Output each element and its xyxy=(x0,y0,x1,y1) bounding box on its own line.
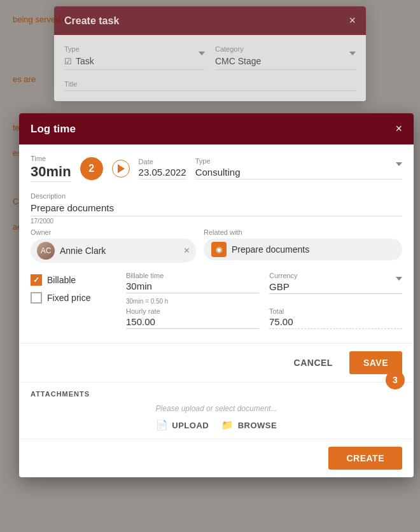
create-task-title-label: Title xyxy=(64,80,356,88)
total-label: Total xyxy=(269,307,402,315)
total-field: Total 75.00 xyxy=(269,307,402,329)
time-label: Time xyxy=(31,155,71,162)
related-field: Related with ◉ Prepare documents xyxy=(204,228,402,263)
description-value[interactable]: Prepare documents xyxy=(31,202,402,216)
currency-chevron-icon xyxy=(396,281,402,292)
type-select-chevron-icon xyxy=(396,166,402,178)
log-time-header: Log time × xyxy=(19,113,414,144)
owner-name: Annie Clark xyxy=(60,246,179,256)
hourly-rate-value[interactable]: 150.00 xyxy=(126,316,259,329)
billable-checkbox[interactable]: ✓ xyxy=(31,274,42,286)
create-task-type-label: Type xyxy=(64,45,205,53)
create-task-close-button[interactable]: × xyxy=(349,14,356,27)
type-select[interactable]: Consulting xyxy=(195,166,402,179)
play-icon xyxy=(118,164,125,173)
related-task-icon: ◉ xyxy=(211,242,227,257)
fixed-price-label: Fixed price xyxy=(47,293,90,303)
char-count: 17/2000 xyxy=(31,218,402,225)
type-select-value: Consulting xyxy=(195,167,241,178)
create-task-category-value: CMC Stage xyxy=(215,56,261,66)
owner-tag: AC Annie Clark × xyxy=(31,239,196,263)
attachments-title: ATTACHMENTS xyxy=(31,390,402,398)
owner-related-row: Owner AC Annie Clark × Related with ◉ Pr… xyxy=(31,228,402,263)
attachments-hint: Please upload or select document... xyxy=(31,404,402,413)
attachments-section: ATTACHMENTS Please upload or select docu… xyxy=(19,382,414,438)
billing-details: Billable time 30min Currency GBP 30min =… xyxy=(126,272,402,333)
time-value: 30min xyxy=(31,164,71,182)
fixed-price-row: Fixed price xyxy=(31,292,113,304)
type-field: Type Consulting xyxy=(195,157,402,179)
currency-field: Currency GBP xyxy=(269,272,402,294)
cancel-button[interactable]: CANCEL xyxy=(284,351,343,374)
total-value: 75.00 xyxy=(269,316,402,329)
time-field: Time 30min xyxy=(31,155,71,182)
time-row: Time 30min 2 Date 23.05.2022 Type Consul… xyxy=(31,155,402,182)
attachments-buttons: 📄 UPLOAD 📁 BROWSE xyxy=(31,419,402,431)
log-time-dialog: Log time × Time 30min 2 Date 23.05.2022 … xyxy=(19,113,414,477)
fixed-price-checkbox[interactable] xyxy=(31,292,42,304)
create-footer: CREATE xyxy=(19,438,414,477)
owner-field: Owner AC Annie Clark × xyxy=(31,228,196,263)
log-time-body: Time 30min 2 Date 23.05.2022 Type Consul… xyxy=(19,144,414,343)
description-label: Description xyxy=(31,192,402,200)
log-time-title: Log time xyxy=(31,123,76,136)
upload-icon: 📄 xyxy=(156,419,169,431)
log-time-footer: CANCEL SAVE 3 xyxy=(19,343,414,382)
create-task-title: Create task xyxy=(64,15,119,27)
step-2-badge: 2 xyxy=(80,157,103,180)
date-label: Date xyxy=(139,158,186,165)
create-button[interactable]: CREATE xyxy=(328,447,402,470)
avatar: AC xyxy=(37,242,55,260)
play-timer-button[interactable] xyxy=(112,160,130,178)
billing-hint: 30min = 0.50 h xyxy=(126,298,402,305)
browse-icon: 📁 xyxy=(221,419,234,431)
date-field: Date 23.05.2022 xyxy=(139,158,186,179)
step-3-badge: 3 xyxy=(386,370,405,389)
type-label: Type xyxy=(195,157,402,165)
create-task-dialog: Create task × Type ☑ Task Category CMC S… xyxy=(54,6,366,101)
hourly-rate-label: Hourly rate xyxy=(126,307,259,315)
related-tag: ◉ Prepare documents xyxy=(204,239,402,260)
owner-label: Owner xyxy=(31,228,196,236)
related-icon-symbol: ◉ xyxy=(216,245,222,254)
create-task-category-label: Category xyxy=(215,45,356,53)
billable-time-field: Billable time 30min xyxy=(126,272,259,294)
create-task-header: Create task × xyxy=(54,6,366,35)
create-task-type-field: Type ☑ Task xyxy=(64,45,205,70)
create-task-category-field: Category CMC Stage xyxy=(215,45,356,70)
log-time-close-button[interactable]: × xyxy=(395,122,402,136)
hourly-rate-field: Hourly rate 150.00 xyxy=(126,307,259,329)
billing-time-currency-row: Billable time 30min Currency GBP xyxy=(126,272,402,294)
billable-time-value: 30min xyxy=(126,281,259,293)
owner-clear-button[interactable]: × xyxy=(184,245,190,256)
billable-time-label: Billable time xyxy=(126,272,259,279)
billable-row: ✓ Billable xyxy=(31,274,113,286)
upload-button[interactable]: 📄 UPLOAD xyxy=(156,419,209,431)
avatar-image: AC xyxy=(37,242,55,260)
type-chevron-icon xyxy=(199,55,205,67)
description-section: Description Prepare documents 17/2000 xyxy=(31,192,402,225)
create-task-type-select[interactable]: ☑ Task xyxy=(64,55,205,70)
date-value: 23.05.2022 xyxy=(139,167,186,179)
create-task-type-category-row: Type ☑ Task Category CMC Stage xyxy=(64,45,356,70)
related-label: Related with xyxy=(204,228,402,236)
checkboxes: ✓ Billable Fixed price xyxy=(31,272,113,333)
task-checkbox-icon: ☑ xyxy=(64,57,72,66)
related-name: Prepare documents xyxy=(232,244,309,255)
create-task-title-field: Title xyxy=(64,78,356,91)
billing-rate-total-row: Hourly rate 150.00 Total 75.00 xyxy=(126,307,402,329)
browse-button[interactable]: 📁 BROWSE xyxy=(221,419,277,431)
checkmark-icon: ✓ xyxy=(33,276,39,284)
create-task-type-value: ☑ Task xyxy=(64,56,94,66)
currency-select[interactable]: GBP xyxy=(269,281,402,294)
billable-label: Billable xyxy=(47,275,76,285)
currency-value: GBP xyxy=(269,281,290,292)
billable-section: ✓ Billable Fixed price Billable time 30m… xyxy=(31,272,402,333)
currency-label: Currency xyxy=(269,272,402,279)
create-task-body: Type ☑ Task Category CMC Stage Title xyxy=(54,35,366,101)
create-task-category-select[interactable]: CMC Stage xyxy=(215,55,356,70)
category-chevron-icon xyxy=(349,55,356,67)
